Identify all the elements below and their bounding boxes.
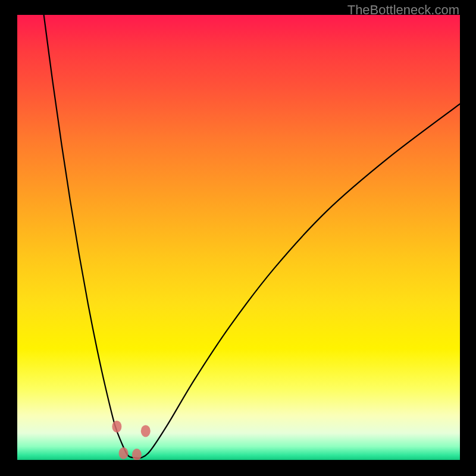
curve-marker	[141, 425, 151, 437]
bottleneck-curve	[44, 15, 460, 458]
curve-marker	[132, 449, 142, 460]
curve-marker	[119, 447, 129, 459]
curve-markers	[112, 421, 150, 460]
curve-marker	[112, 421, 121, 433]
chart-frame: TheBottleneck.com	[0, 0, 476, 476]
watermark-text: TheBottleneck.com	[347, 2, 459, 18]
chart-plot-area	[17, 15, 460, 460]
bottleneck-curve-svg	[17, 15, 460, 460]
